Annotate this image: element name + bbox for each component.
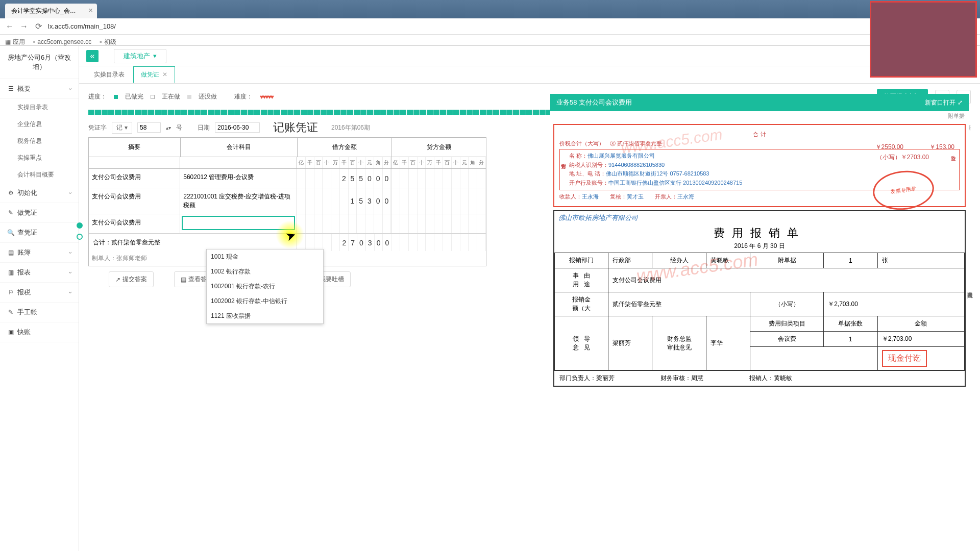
tab-voucher[interactable]: 做凭证✕: [133, 66, 175, 83]
status-dot-done: [114, 95, 118, 99]
voucher-period: 2016年第06期: [331, 123, 370, 132]
url-input[interactable]: [48, 22, 975, 30]
voucher-title: 记账凭证: [273, 120, 318, 135]
bookmark-item[interactable]: ▫ 初级: [100, 38, 116, 46]
form-title: 费用报销单: [554, 224, 965, 242]
sidebar-group-query[interactable]: 🔍查凭证: [0, 223, 79, 243]
attach-label: 附单据: [550, 111, 969, 121]
sidebar-group-manual[interactable]: ✎手工帐: [0, 303, 79, 322]
sidebar-item-company[interactable]: 企业信息: [0, 116, 79, 133]
company-name: 佛山市欧拓房地产有限公司: [554, 211, 965, 224]
sidebar-item-key[interactable]: 实操重点: [0, 149, 79, 166]
back-icon[interactable]: ←: [5, 22, 14, 31]
book-icon: ▤: [7, 249, 14, 256]
status-dot-not: [187, 95, 191, 99]
webcam-overlay: [870, 1, 977, 78]
sidebar: 房地产公司6月（营改增） ☰概要 实操目录表 企业信息 税务信息 实操重点 会计…: [0, 46, 79, 551]
voucher-number-input[interactable]: [137, 122, 161, 133]
tab-title: 会计学堂实操中心_会计…: [11, 7, 82, 14]
dropdown-item[interactable]: 1002 银行存款: [207, 264, 323, 279]
row-radio[interactable]: [77, 222, 83, 229]
upload-icon: ↗: [115, 276, 120, 283]
row-radio[interactable]: [77, 234, 83, 240]
open-new-window[interactable]: 新窗口打开 ⤢: [925, 98, 963, 107]
reload-icon[interactable]: ⟳: [34, 22, 43, 31]
collapse-button[interactable]: «: [86, 50, 99, 62]
attachment-panel: 业务58 支付公司会议费用 新窗口打开 ⤢ 附单据 www.acc5.com 合…: [550, 94, 969, 390]
dropdown-item[interactable]: 1001 现金: [207, 249, 323, 264]
close-icon[interactable]: ✕: [88, 7, 93, 14]
cash-paid-stamp: 现金付讫: [882, 350, 927, 367]
eye-icon: ▤: [181, 276, 186, 283]
reimbursement-form: www.acc5.com 财务入账联 佛山市欧拓房地产有限公司 费用报销单 20…: [553, 210, 966, 387]
col-credit: 贷方金额: [391, 138, 486, 157]
bookmark-item[interactable]: ▫ acc5com.gensee.cc: [33, 38, 91, 45]
col-subject: 会计科目: [181, 138, 298, 157]
col-debit: 借方金额: [298, 138, 392, 157]
edit-icon: ✎: [7, 209, 14, 216]
tax-icon: ⚐: [7, 289, 14, 296]
sidebar-group-books[interactable]: ▤账簿: [0, 243, 79, 263]
voucher-word-select[interactable]: 记 ▾: [112, 122, 132, 134]
close-icon[interactable]: ✕: [162, 71, 167, 78]
voucher-table: 摘要 会计科目 借方金额 贷方金额 亿千百十万千百十元角分 亿千百十万千百十元角…: [88, 137, 486, 266]
date-label: 日期: [198, 123, 210, 132]
sidebar-group-taxfile[interactable]: ⚐报税: [0, 283, 79, 303]
sidebar-group-init[interactable]: ⚙初始化: [0, 183, 79, 203]
folder-icon: ▣: [7, 329, 14, 336]
search-icon: 🔍: [7, 229, 14, 236]
status-dot-doing: [151, 95, 155, 99]
col-summary: 摘要: [89, 138, 181, 157]
browser-tab[interactable]: 会计学堂实操中心_会计… ✕: [5, 4, 97, 18]
sidebar-item-catalog[interactable]: 实操目录表: [0, 99, 79, 116]
sidebar-title: 房地产公司6月（营改增）: [0, 46, 79, 79]
account-dropdown: 1001 现金 1002 银行存款 1002001 银行存款-农行 100200…: [206, 249, 324, 324]
chevron-down-icon: ▾: [153, 52, 157, 60]
dropdown-item[interactable]: 1121 应收票据: [207, 309, 323, 323]
attach-title: 业务58 支付公司会议费用: [556, 98, 632, 107]
list-icon: ☰: [7, 85, 14, 92]
category-select[interactable]: 建筑地产▾: [114, 49, 166, 63]
report-icon: ▥: [7, 269, 14, 276]
sidebar-group-summary[interactable]: ☰概要: [0, 79, 79, 99]
progress-label: 进度：: [88, 92, 107, 101]
gear-icon: ⚙: [7, 189, 14, 196]
voucher-date-input[interactable]: [215, 122, 260, 133]
sidebar-group-voucher[interactable]: ✎做凭证: [0, 203, 79, 223]
forward-icon[interactable]: →: [19, 22, 29, 31]
invoice-document: www.acc5.com 合 计 ￥2550.00 ￥153.00 价税合计（大…: [553, 124, 966, 207]
submit-button[interactable]: ↗提交答案: [109, 271, 154, 287]
dropdown-item[interactable]: 1002002 银行存款-中信银行: [207, 294, 323, 309]
apps-button[interactable]: ▦ 应用: [5, 38, 25, 46]
sidebar-group-quick[interactable]: ▣快账: [0, 322, 79, 342]
sidebar-group-reports[interactable]: ▥报表: [0, 263, 79, 283]
sidebar-item-tax[interactable]: 税务信息: [0, 133, 79, 149]
sidebar-item-subjects[interactable]: 会计科目概要: [0, 166, 79, 183]
form-date: 2016 年 6 月 30 日: [554, 242, 965, 253]
tab-catalog[interactable]: 实操目录表: [86, 66, 132, 83]
heart-icon: ♥♥♥♥♥: [260, 93, 273, 101]
dropdown-item[interactable]: 1002001 银行存款-农行: [207, 279, 323, 294]
voucher-word-label: 凭证字: [88, 123, 107, 132]
pencil-icon: ✎: [7, 309, 14, 316]
subject-input[interactable]: [182, 216, 295, 230]
difficulty-label: 难度：: [234, 92, 253, 101]
